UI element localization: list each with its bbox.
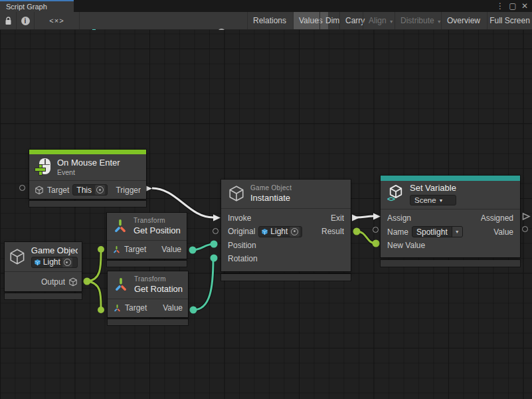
target-value-chip[interactable]: This	[72, 184, 108, 196]
node-subtitle: Event	[57, 168, 120, 177]
node-title: Instantiate	[250, 193, 292, 203]
window-close-icon[interactable]: ✕	[519, 0, 531, 12]
target-picker-icon[interactable]	[290, 227, 300, 237]
value-port-label: Value	[493, 227, 513, 237]
port-instantiate-exit-out[interactable]	[351, 213, 360, 225]
node-title: Get Rotation	[134, 284, 183, 295]
original-port-label: Original	[228, 227, 255, 236]
toolbar-button-distribute[interactable]: Distribute▼	[395, 12, 447, 29]
position-port-label: Position	[228, 241, 256, 250]
unity-object-icon	[34, 259, 41, 266]
tab-title: Script Graph	[6, 3, 47, 11]
light-object-chip[interactable]: Light	[31, 257, 78, 268]
toolbar-button-align[interactable]: Align▼	[363, 12, 399, 29]
target-port-label: Target	[124, 245, 146, 254]
node-footer	[107, 261, 187, 267]
code-view-button[interactable]: <×>	[35, 12, 80, 29]
chevron-down-icon: ▼	[389, 19, 394, 24]
unity-variable-icon: <>	[387, 184, 404, 204]
chevron-down-icon: ▼	[452, 226, 462, 237]
trigger-port-label: Trigger	[116, 186, 141, 195]
chevron-down-icon: ▼	[439, 198, 444, 204]
node-footer	[108, 319, 188, 325]
cube-icon	[228, 185, 245, 202]
node-category: Transform	[133, 217, 181, 225]
transform-icon	[113, 304, 122, 313]
info-icon: i	[21, 17, 30, 25]
graph-toolbar: i <×> Cube Zoom 0.9x Relations Values Di…	[0, 12, 532, 30]
cube-icon	[68, 277, 78, 287]
node-footer	[381, 260, 520, 267]
variable-scope-dropdown[interactable]: Scene ▼	[410, 195, 456, 205]
node-title: Set Variable	[410, 183, 456, 194]
assign-port-label: Assign	[387, 213, 411, 223]
tab-bar: Script Graph ⋮ ▢ ✕	[0, 0, 532, 12]
node-light-object[interactable]: Game Object Light Output	[5, 242, 82, 299]
node-instantiate[interactable]: Game Object Instantiate Invoke Exit Orig…	[221, 180, 351, 281]
value-port-label: Value	[163, 303, 183, 313]
node-category: Transform	[134, 275, 183, 284]
event-accent-bar	[29, 150, 146, 154]
unity-object-icon	[261, 228, 268, 235]
target-picker-icon[interactable]	[95, 185, 105, 195]
port-setvariable-assigned-out[interactable]	[522, 211, 531, 223]
lock-icon	[5, 17, 12, 25]
lock-button[interactable]	[0, 12, 17, 29]
code-icon: <×>	[49, 17, 64, 25]
new-value-port-label: New Value	[387, 241, 425, 250]
variable-name-dropdown[interactable]: Spotlight ▼	[412, 226, 463, 237]
target-picker-icon[interactable]	[62, 257, 72, 267]
node-title: Get Position	[133, 225, 181, 236]
rotation-port-label: Rotation	[228, 254, 258, 263]
variable-accent-bar	[381, 176, 520, 181]
node-title: Game Object	[31, 245, 78, 256]
node-category: Game Object	[250, 184, 292, 193]
info-button[interactable]: i	[17, 12, 35, 29]
window-maximize-icon[interactable]: ▢	[507, 0, 519, 12]
node-footer	[29, 201, 146, 207]
toolbar-button-relations[interactable]: Relations	[247, 12, 292, 29]
node-on-mouse-enter[interactable]: On Mouse Enter Event Target This Trigger	[29, 150, 146, 207]
transform-icon	[112, 218, 128, 234]
invoke-port-label: Invoke	[228, 213, 251, 223]
port-instantiate-original-in[interactable]	[213, 228, 219, 234]
exit-port-label: Exit	[331, 213, 344, 223]
node-get-position[interactable]: Transform Get Position Target Value	[107, 213, 187, 267]
port-mouseenter-target-in[interactable]	[19, 185, 25, 191]
value-port-label: Value	[161, 245, 181, 254]
node-title: On Mouse Enter	[57, 158, 120, 168]
toolbar-button-overview[interactable]: Overview	[441, 12, 486, 29]
toolbar-button-fullscreen[interactable]: Full Screen	[487, 12, 532, 29]
target-port-label: Target	[125, 303, 147, 313]
port-setvariable-value-out[interactable]	[522, 226, 528, 232]
output-port-label: Output	[41, 277, 65, 287]
node-footer	[221, 274, 351, 281]
cube-icon	[35, 186, 44, 195]
port-instantiate-invoke-in[interactable]	[213, 213, 221, 225]
original-value-chip[interactable]: Light	[258, 226, 302, 237]
transform-icon	[112, 245, 121, 254]
assigned-port-label: Assigned	[481, 213, 513, 223]
port-setvariable-name-in[interactable]	[373, 227, 379, 233]
target-port-label: Target	[47, 186, 69, 195]
transform-icon	[113, 277, 129, 293]
tab-script-graph[interactable]: Script Graph	[0, 0, 74, 12]
result-port-label: Result	[321, 227, 344, 236]
cube-icon	[9, 247, 26, 266]
node-get-rotation[interactable]: Transform Get Rotation Target Value	[108, 271, 188, 325]
window-menu-icon[interactable]: ⋮	[494, 0, 506, 12]
script-graph-window: Script Graph ⋮ ▢ ✕ i <×> Cube Zoom	[0, 0, 532, 399]
name-port-label: Name	[387, 227, 408, 237]
node-set-variable[interactable]: <> Set Variable Scene ▼ Assign Assigned	[381, 176, 520, 267]
node-footer	[5, 293, 82, 299]
mouse-event-icon	[35, 158, 52, 177]
